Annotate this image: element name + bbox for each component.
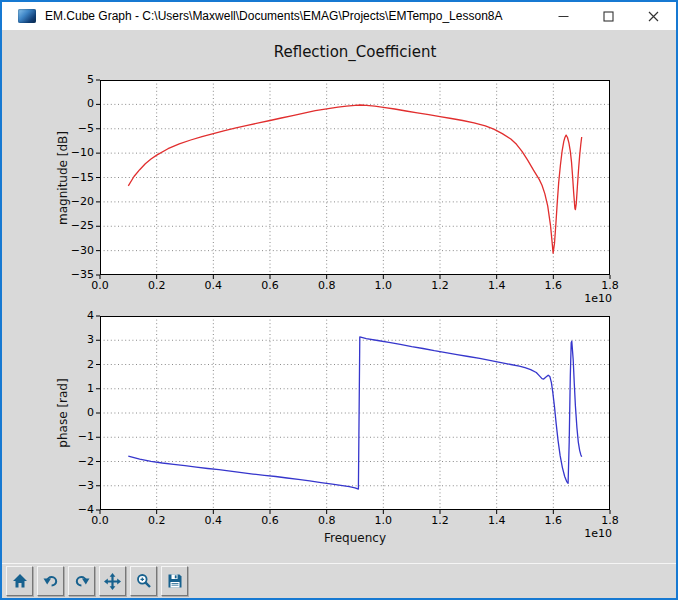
y-tick-label: 1: [50, 382, 94, 395]
emcube-app-icon: [18, 9, 36, 23]
window-controls: [541, 2, 676, 30]
x-tick-label: 0.6: [248, 514, 292, 527]
maximize-icon: [603, 11, 614, 22]
axes-frame: [101, 317, 610, 510]
x-tick-label: 0.2: [135, 514, 179, 527]
pan-button[interactable]: [99, 566, 126, 596]
y-tick-label: 4: [50, 309, 94, 322]
maximize-button[interactable]: [586, 2, 631, 30]
y-tick-label: 2: [50, 358, 94, 371]
back-arrow-icon: [43, 573, 59, 589]
home-icon: [12, 573, 28, 589]
y-tick-label: 5: [50, 73, 94, 86]
y-tick-label: −10: [50, 146, 94, 159]
axes-frame: [101, 81, 610, 275]
plot-svg: [100, 80, 610, 275]
y-tick-label: −1: [50, 430, 94, 443]
phase-curve: [128, 337, 581, 489]
x-tick-label: 1.2: [418, 279, 462, 292]
x-tick-label: 1.6: [531, 514, 575, 527]
magnitude-x-offset-label: 1e10: [584, 292, 612, 305]
save-button[interactable]: [161, 566, 188, 596]
x-tick-label: 0.4: [191, 514, 235, 527]
y-tick-label: −15: [50, 171, 94, 184]
y-tick-label: −35: [50, 268, 94, 281]
plot-svg: [100, 316, 610, 510]
phase-plot-area[interactable]: phase [rad] Frequency 1e10 0.00.20.40.60…: [100, 316, 610, 510]
x-tick-label: 1.6: [531, 279, 575, 292]
close-button[interactable]: [631, 2, 676, 30]
y-tick-label: −20: [50, 195, 94, 208]
y-tick-label: −4: [50, 503, 94, 516]
zoom-magnifier-icon: [136, 573, 152, 589]
y-tick-label: −25: [50, 219, 94, 232]
x-tick-label: 0.6: [248, 279, 292, 292]
x-tick-label: 0.4: [191, 279, 235, 292]
save-floppy-icon: [167, 573, 183, 589]
back-button[interactable]: [37, 566, 64, 596]
pan-arrows-icon: [104, 573, 121, 590]
x-tick-label: 1.8: [588, 514, 632, 527]
x-tick-label: 0.8: [305, 279, 349, 292]
minimize-button[interactable]: [541, 2, 586, 30]
y-tick-label: 3: [50, 333, 94, 346]
home-button[interactable]: [6, 566, 33, 596]
chart-title: Reflection_Coefficient: [100, 43, 610, 61]
y-tick-label: −3: [50, 479, 94, 492]
y-tick-label: −2: [50, 455, 94, 468]
close-icon: [648, 11, 659, 22]
plot-toolbar: [2, 563, 676, 598]
x-tick-label: 1.0: [361, 514, 405, 527]
minimize-icon: [558, 11, 569, 22]
zoom-button[interactable]: [130, 566, 157, 596]
y-tick-label: 0: [50, 406, 94, 419]
phase-x-offset-label: 1e10: [584, 527, 612, 540]
y-tick-label: 0: [50, 97, 94, 110]
magnitude-plot-area[interactable]: magnitude [dB] 1e10 0.00.20.40.60.81.01.…: [100, 80, 610, 275]
frequency-x-axis-label: Frequency: [100, 531, 610, 545]
magnitude-curve: [128, 105, 581, 253]
x-tick-label: 0.8: [305, 514, 349, 527]
x-tick-label: 1.0: [361, 279, 405, 292]
forward-arrow-icon: [74, 573, 90, 589]
y-tick-label: −30: [50, 244, 94, 257]
x-tick-label: 1.8: [588, 279, 632, 292]
y-tick-label: −5: [50, 122, 94, 135]
x-tick-label: 1.4: [475, 279, 519, 292]
x-tick-label: 0.2: [135, 279, 179, 292]
window-title: EM.Cube Graph - C:\Users\Maxwell\Documen…: [45, 9, 503, 23]
figure-canvas: Reflection_Coefficient magnitude [dB] 1e…: [2, 30, 676, 563]
emcube-graph-window: EM.Cube Graph - C:\Users\Maxwell\Documen…: [0, 0, 678, 600]
x-tick-label: 1.2: [418, 514, 462, 527]
forward-button[interactable]: [68, 566, 95, 596]
x-tick-label: 1.4: [475, 514, 519, 527]
